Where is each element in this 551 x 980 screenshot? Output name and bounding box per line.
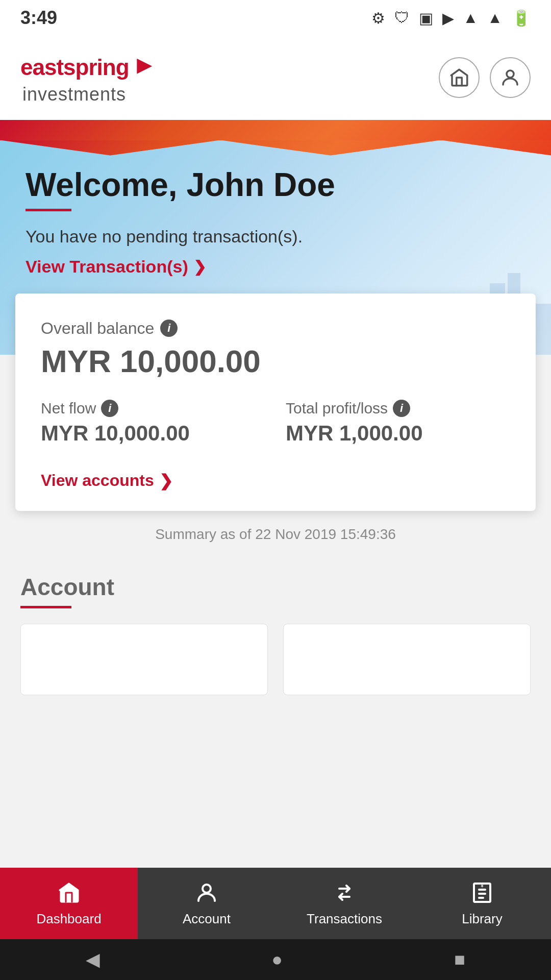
profit-loss-col: Total profit/loss i MYR 1,000.00 (286, 400, 510, 446)
android-recent-button[interactable]: ■ (454, 949, 465, 970)
svg-point-6 (203, 885, 211, 893)
account-card-2[interactable] (283, 624, 531, 695)
home-icon (448, 67, 470, 88)
net-flow-amount: MYR 10,000.00 (41, 421, 265, 446)
svg-point-0 (507, 70, 514, 78)
transactions-nav-label: Transactions (307, 911, 382, 927)
library-nav-label: Library (462, 911, 502, 927)
chevron-right-icon: ❯ (193, 258, 206, 276)
overall-balance-info-icon[interactable]: i (160, 320, 178, 337)
bottom-nav: Dashboard Account Transactions ¥ (0, 868, 551, 939)
nav-item-transactions[interactable]: Transactions (276, 868, 413, 939)
hero-content: Welcome, John Doe You have no pending tr… (0, 120, 551, 292)
nav-item-account[interactable]: Account (138, 868, 276, 939)
view-transactions-link[interactable]: View Transaction(s) ❯ (26, 257, 525, 277)
android-home-button[interactable]: ● (271, 949, 283, 970)
status-time: 3:49 (20, 7, 57, 29)
shield-icon: 🛡 (394, 9, 410, 27)
welcome-underline (26, 209, 71, 211)
logo: eastspring ► investments (20, 51, 157, 105)
home-button[interactable] (439, 57, 480, 98)
account-nav-label: Account (183, 911, 231, 927)
transactions-nav-icon (332, 880, 357, 907)
profile-button[interactable] (490, 57, 531, 98)
sim-icon: ▣ (419, 9, 433, 27)
logo-investments: investments (22, 84, 157, 105)
android-nav: ◀ ● ■ (0, 939, 551, 980)
logo-arrow-icon: ► (132, 51, 158, 79)
dashboard-nav-icon (57, 880, 81, 907)
account-nav-icon (194, 880, 219, 907)
header-icons (439, 57, 531, 98)
overall-balance-label: Overall balance i (41, 319, 510, 338)
profit-loss-amount: MYR 1,000.00 (286, 421, 510, 446)
pending-text: You have no pending transaction(s). (26, 227, 525, 247)
view-accounts-link[interactable]: View accounts ❯ (41, 471, 510, 491)
library-nav-icon: ¥ (470, 880, 494, 907)
profile-icon (499, 67, 521, 88)
summary-text: Summary as of 22 Nov 2019 15:49:36 (0, 511, 551, 558)
nav-item-library[interactable]: ¥ Library (413, 868, 551, 939)
svg-text:¥: ¥ (480, 883, 484, 889)
status-bar: 3:49 ⚙ 🛡 ▣ ▶ ▲ ▲ 🔋 (0, 0, 551, 36)
net-flow-info-icon[interactable]: i (101, 400, 118, 417)
net-flow-col: Net flow i MYR 10,000.00 (41, 400, 265, 446)
balance-card: Overall balance i MYR 10,000.00 Net flow… (15, 293, 536, 511)
account-section: Account (0, 558, 551, 695)
wifi-icon: ▲ (463, 9, 479, 27)
welcome-title: Welcome, John Doe (26, 166, 525, 204)
status-icons: ⚙ 🛡 ▣ ▶ ▲ ▲ 🔋 (371, 9, 531, 27)
account-section-underline (20, 606, 71, 608)
play-icon: ▶ (442, 9, 454, 27)
header: eastspring ► investments (0, 36, 551, 120)
logo-eastspring: eastspring (20, 55, 129, 80)
account-section-title: Account (20, 573, 531, 601)
profit-loss-info-icon[interactable]: i (393, 400, 410, 417)
dashboard-nav-label: Dashboard (36, 911, 101, 927)
battery-icon: 🔋 (512, 9, 531, 27)
svg-rect-4 (536, 304, 551, 355)
balance-row: Net flow i MYR 10,000.00 Total profit/lo… (41, 400, 510, 446)
android-back-button[interactable]: ◀ (86, 949, 100, 970)
account-cards-row (20, 624, 531, 695)
overall-balance-amount: MYR 10,000.00 (41, 343, 510, 379)
settings-icon: ⚙ (371, 9, 385, 27)
account-card-1[interactable] (20, 624, 268, 695)
view-accounts-chevron-icon: ❯ (159, 471, 173, 491)
nav-item-dashboard[interactable]: Dashboard (0, 868, 138, 939)
signal-icon: ▲ (487, 9, 503, 27)
